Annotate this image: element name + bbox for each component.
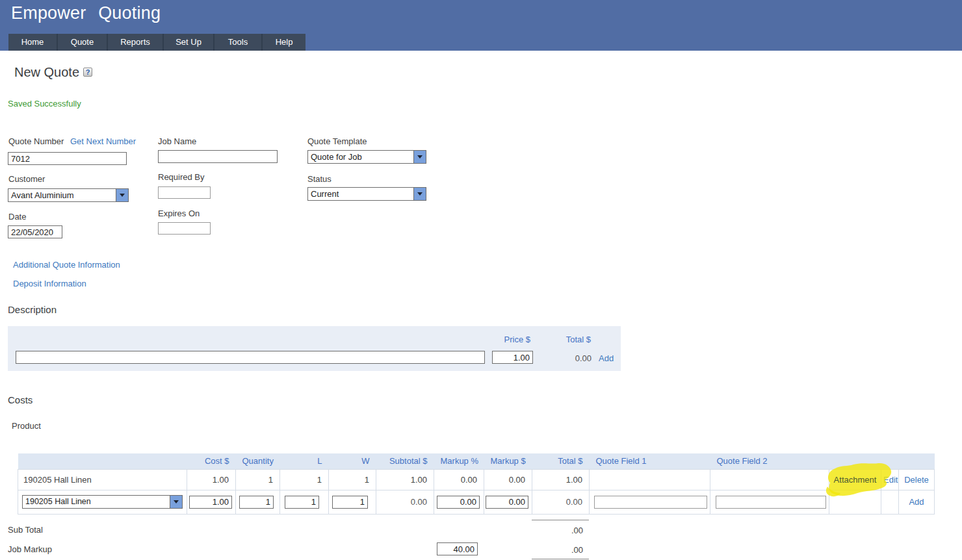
costs-heading: Costs bbox=[8, 394, 32, 405]
quote-template-select[interactable]: Quote for Job bbox=[307, 150, 426, 164]
cost-line-subtotal: 1.00 bbox=[376, 469, 434, 490]
description-panel: Price $ Total $ 0.00 Add bbox=[8, 326, 621, 371]
entry-attachment-cell bbox=[829, 490, 881, 514]
cost-entry-row: 190205 Hall Linen 0.00 0.00 Add bbox=[18, 490, 935, 514]
quote-template-label: Quote Template bbox=[307, 136, 367, 146]
entry-subtotal-value: 0.00 bbox=[376, 490, 434, 514]
expires-on-input[interactable] bbox=[158, 222, 211, 235]
description-total-value: 0.00 bbox=[547, 353, 592, 363]
column-header-product bbox=[18, 453, 187, 469]
totals-bottom-rule bbox=[532, 559, 589, 559]
get-next-number-link[interactable]: Get Next Number bbox=[70, 136, 136, 146]
status-label: Status bbox=[307, 174, 332, 184]
costs-header-row: Cost $ Quantity L W Subtotal $ Markup % … bbox=[18, 453, 935, 469]
nav-tab-help[interactable]: Help bbox=[263, 34, 306, 51]
column-header-markup-dollar: Markup $ bbox=[484, 453, 532, 469]
entry-markup-dollar-input[interactable] bbox=[486, 496, 528, 509]
entry-total-value: 0.00 bbox=[532, 490, 590, 514]
cost-line-w: 1 bbox=[329, 469, 376, 490]
cost-line-cost: 1.00 bbox=[187, 469, 236, 490]
status-message: Saved Successfully bbox=[8, 99, 81, 108]
costs-table: Cost $ Quantity L W Subtotal $ Markup % … bbox=[18, 453, 935, 515]
sub-total-label: Sub Total bbox=[8, 525, 43, 535]
entry-quantity-input[interactable] bbox=[239, 496, 274, 509]
entry-markup-pct-input[interactable] bbox=[437, 496, 480, 509]
expires-on-label: Expires On bbox=[158, 209, 200, 218]
column-header-edit bbox=[881, 453, 899, 469]
column-header-quantity: Quantity bbox=[236, 453, 280, 469]
empower-quoting-app: Empower Quoting Home Quote Reports Set U… bbox=[0, 0, 962, 560]
date-input[interactable] bbox=[8, 225, 62, 238]
main-nav: Home Quote Reports Set Up Tools Help bbox=[8, 34, 306, 51]
column-header-markup-pct: Markup % bbox=[434, 453, 484, 469]
entry-quote-field-2-input[interactable] bbox=[716, 496, 826, 509]
cost-line-row: 190205 Hall Linen 1.00 1 1 1 1.00 0.00 0… bbox=[18, 469, 935, 490]
delete-link[interactable]: Delete bbox=[904, 475, 929, 485]
page-title: New Quote bbox=[14, 65, 79, 80]
customer-select[interactable]: Avant Aluminium bbox=[8, 188, 129, 202]
entry-cost-input[interactable] bbox=[189, 496, 232, 509]
status-selected-value: Current bbox=[308, 188, 413, 200]
attachment-link[interactable]: Attachment bbox=[834, 475, 877, 485]
entry-product-select[interactable]: 190205 Hall Linen bbox=[22, 495, 183, 509]
required-by-label: Required By bbox=[158, 172, 205, 182]
edit-link[interactable]: Edit bbox=[883, 475, 898, 485]
cost-line-quantity: 1 bbox=[236, 469, 280, 490]
add-link[interactable]: Add bbox=[909, 497, 924, 507]
cost-line-quote-field-1 bbox=[590, 469, 710, 490]
entry-w-input[interactable] bbox=[332, 496, 368, 509]
cost-line-markup-dollar: 0.00 bbox=[484, 469, 532, 490]
customer-selected-value: Avant Aluminium bbox=[8, 189, 116, 201]
deposit-information-link[interactable]: Deposit Information bbox=[13, 279, 86, 288]
status-select[interactable]: Current bbox=[307, 187, 426, 201]
column-header-l: L bbox=[280, 453, 329, 469]
app-title: Empower Quoting bbox=[11, 3, 161, 23]
price-column-header: Price $ bbox=[486, 335, 530, 344]
entry-l-input[interactable] bbox=[285, 496, 319, 509]
cost-line-markup-pct: 0.00 bbox=[434, 469, 484, 490]
nav-tab-setup[interactable]: Set Up bbox=[164, 34, 214, 51]
entry-edit-cell bbox=[881, 490, 899, 514]
chevron-down-icon[interactable] bbox=[413, 188, 426, 200]
cost-line-total: 1.00 bbox=[532, 469, 590, 490]
column-header-quote-field-2: Quote Field 2 bbox=[710, 453, 829, 469]
column-header-total: Total $ bbox=[532, 453, 590, 469]
job-markup-input[interactable] bbox=[437, 542, 478, 555]
help-icon[interactable]: ? bbox=[83, 68, 92, 77]
nav-tab-home[interactable]: Home bbox=[8, 34, 58, 51]
subtotal-top-rule bbox=[532, 520, 589, 520]
entry-product-selected-value: 190205 Hall Linen bbox=[23, 496, 170, 508]
description-text-input[interactable] bbox=[16, 351, 485, 364]
chevron-down-icon[interactable] bbox=[413, 151, 426, 163]
column-header-w: W bbox=[329, 453, 376, 469]
entry-quote-field-1-input[interactable] bbox=[594, 496, 707, 509]
job-name-input[interactable] bbox=[158, 150, 278, 163]
cost-line-l: 1 bbox=[280, 469, 329, 490]
additional-quote-information-link[interactable]: Additional Quote Information bbox=[13, 260, 120, 270]
description-price-input[interactable] bbox=[492, 351, 533, 364]
nav-tab-reports[interactable]: Reports bbox=[108, 34, 164, 51]
description-add-link[interactable]: Add bbox=[599, 353, 614, 363]
job-markup-label: Job Markup bbox=[8, 544, 52, 554]
nav-tab-quote[interactable]: Quote bbox=[58, 34, 108, 51]
job-name-label: Job Name bbox=[158, 136, 196, 146]
job-markup-value: .00 bbox=[532, 545, 583, 555]
total-column-header: Total $ bbox=[547, 335, 591, 344]
quote-number-label: Quote Number bbox=[8, 136, 64, 146]
column-header-subtotal: Subtotal $ bbox=[376, 453, 434, 469]
quote-template-selected-value: Quote for Job bbox=[308, 151, 413, 163]
nav-tab-tools[interactable]: Tools bbox=[214, 34, 263, 51]
column-header-quote-field-1: Quote Field 1 bbox=[590, 453, 710, 469]
sub-total-value: .00 bbox=[532, 526, 583, 535]
description-heading: Description bbox=[8, 304, 57, 315]
customer-label: Customer bbox=[8, 174, 45, 184]
date-label: Date bbox=[8, 212, 26, 222]
product-label: Product bbox=[12, 421, 41, 431]
cost-line-quote-field-2 bbox=[710, 469, 829, 490]
chevron-down-icon[interactable] bbox=[116, 189, 128, 201]
required-by-input[interactable] bbox=[158, 186, 211, 199]
column-header-attachment bbox=[829, 453, 881, 469]
quote-number-input[interactable] bbox=[8, 152, 127, 165]
chevron-down-icon[interactable] bbox=[170, 496, 182, 508]
cost-line-product: 190205 Hall Linen bbox=[18, 469, 187, 490]
